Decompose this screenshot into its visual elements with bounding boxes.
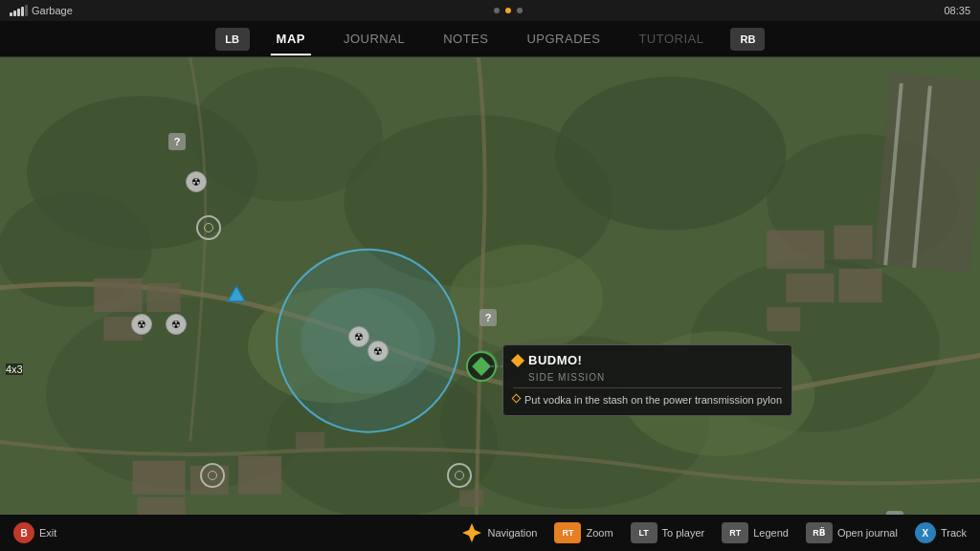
tab-journal[interactable]: Journal [324,26,424,52]
target-icon-3 [447,463,472,488]
svg-rect-19 [786,274,834,302]
rt2-button[interactable]: RT [722,522,748,543]
svg-rect-40 [469,530,475,536]
question-icon-1: ? [168,133,186,150]
navigation-action: Navigation [461,522,537,543]
radiation-icon-3: ☢ [166,314,187,335]
exit-label: Exit [39,527,56,539]
clock: 08:35 [944,5,970,16]
svg-rect-21 [767,307,800,331]
multiplier-badge: 4x3 [6,364,23,375]
svg-rect-25 [132,461,185,495]
status-bar: Garbage 08:35 [0,0,980,21]
svg-rect-18 [835,226,873,259]
mission-task: Put vodka in the stash on the power tran… [513,393,782,408]
svg-rect-29 [296,432,324,452]
svg-rect-23 [147,283,181,312]
tooltip-diamond-icon [511,353,524,366]
x-button[interactable]: X [915,522,936,543]
track-action[interactable]: X Track [915,522,967,543]
to-player-action[interactable]: LT To player [631,522,705,543]
tooltip-header: BUDMO! [513,353,782,367]
open-journal-label: Open journal [837,527,898,539]
radiation-icon-5: ☢ [368,341,389,362]
tooltip-divider [513,387,782,388]
svg-rect-27 [238,456,281,495]
b-button[interactable]: B [13,522,34,543]
app-name: Garbage [32,5,73,16]
target-icon-1 [196,215,221,240]
question-icon-2: ? [479,309,497,326]
dpad-icon [461,522,482,543]
signal-bars [10,5,28,16]
dot-3 [517,8,523,13]
svg-marker-34 [228,286,245,301]
svg-point-5 [555,77,786,231]
radiation-icon-2: ☢ [131,314,152,335]
svg-rect-28 [137,497,185,515]
right-bumper[interactable]: RB [730,28,765,51]
svg-rect-20 [839,269,882,302]
mission-marker[interactable] [466,351,497,382]
mission-subtitle: SIDE MISSION [528,372,782,383]
dot-1 [494,8,500,13]
tab-tutorial[interactable]: Tutorial [619,26,723,52]
svg-rect-17 [767,231,824,269]
radiation-icon-1: ☢ [186,171,207,192]
terrain-svg [0,57,980,515]
target-icon-2 [200,463,225,488]
svg-point-12 [450,245,604,350]
location-pin-blue [226,284,247,305]
svg-marker-38 [462,530,469,536]
rb-button[interactable]: RB̈ [806,522,833,543]
zoom-label: Zoom [586,527,612,539]
left-bumper[interactable]: LB [215,28,250,51]
tab-map[interactable]: Map [257,26,324,52]
map-background: ? ? ? ☢ ☢ ☢ ☢ ☢ 4x3 [0,57,980,515]
rt-button[interactable]: RT [554,522,581,543]
exit-action[interactable]: B Exit [13,522,56,543]
open-journal-action[interactable]: RB̈ Open journal [806,522,898,543]
navigation-label: Navigation [487,527,537,539]
radiation-icon-4: ☢ [348,326,369,347]
svg-marker-37 [469,536,475,542]
svg-rect-30 [459,490,483,507]
status-left: Garbage [10,5,73,16]
legend-action: RT Legend [722,522,789,543]
svg-marker-39 [475,530,481,536]
svg-marker-36 [469,523,475,530]
to-player-label: To player [662,527,705,539]
zoom-action: RT Zoom [554,522,612,543]
lt-button[interactable]: LT [631,522,657,543]
legend-label: Legend [753,527,789,539]
task-diamond-icon [512,394,522,404]
nav-bar: LB Map Journal Notes Upgrades Tutorial R… [0,21,980,57]
track-label: Track [941,527,967,539]
bottom-bar: B Exit Navigation RT Zoom LT To player R… [0,515,980,551]
tab-upgrades[interactable]: Upgrades [507,26,619,52]
status-center [494,8,523,13]
mission-title: BUDMO! [528,353,582,367]
mission-tooltip: BUDMO! SIDE MISSION Put vodka in the sta… [502,344,792,416]
map-area: ? ? ? ☢ ☢ ☢ ☢ ☢ 4x3 [0,57,980,515]
svg-rect-22 [94,278,142,312]
tab-notes[interactable]: Notes [424,26,507,52]
dot-2 [505,8,511,13]
